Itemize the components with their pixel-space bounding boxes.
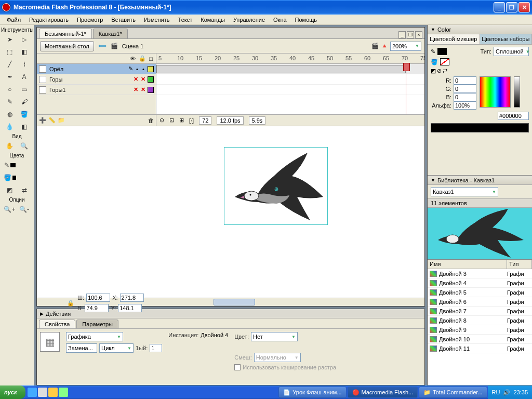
bw-icon[interactable]: ◩ [431, 68, 436, 74]
zoom-out-option[interactable]: 🔍- [18, 204, 31, 215]
menu-file[interactable]: Файл [3, 16, 24, 24]
pencil-tool[interactable]: ✎ [3, 96, 17, 108]
library-item[interactable]: Двойной 8Графи [428, 316, 532, 325]
g-field[interactable] [454, 85, 476, 93]
minimize-button[interactable]: _ [494, 2, 505, 12]
edit-multiple-icon[interactable]: ⊞ [179, 117, 184, 124]
tab-color-swatches[interactable]: Цветовые наборы [480, 34, 533, 44]
edit-scene-icon[interactable]: 🎬 [371, 43, 379, 49]
delete-layer-icon[interactable]: 🗑 [148, 117, 154, 124]
lock-wh-icon[interactable]: 🔒 [67, 300, 74, 307]
fill-swatch[interactable] [440, 58, 449, 65]
task-button[interactable]: 📄Урок Флэш-аним... [278, 387, 346, 398]
menu-window[interactable]: Окна [270, 16, 290, 24]
tab-properties[interactable]: Свойства [39, 320, 75, 328]
menu-help[interactable]: Помощь [291, 16, 321, 24]
outline-icon[interactable]: □ [149, 56, 153, 62]
close-button[interactable]: ✕ [518, 2, 530, 12]
start-button[interactable]: пуск [0, 385, 25, 399]
pen-tool[interactable]: ✒ [3, 71, 17, 83]
fill-type-select[interactable]: Сплошной▼ [494, 47, 529, 56]
ql-desktop-icon[interactable] [38, 388, 47, 397]
color-panel-header[interactable]: ▼Color [428, 25, 532, 34]
playhead[interactable] [406, 64, 406, 114]
hand-tool[interactable]: ✋ [3, 140, 17, 152]
nocolor-icon[interactable]: ⊘ [437, 68, 442, 74]
lock-icon[interactable]: 🔒 [139, 55, 146, 62]
menu-text[interactable]: Текст [175, 16, 196, 24]
selection-box[interactable] [224, 147, 328, 225]
system-tray[interactable]: RU 🔊 23:35 [488, 385, 532, 399]
swap-colors[interactable]: ⇄ [18, 184, 31, 196]
line-tool[interactable]: ╱ [3, 59, 17, 70]
r-field[interactable] [454, 76, 476, 85]
layer-color[interactable] [148, 76, 154, 83]
subselection-tool[interactable]: ▷ [18, 34, 31, 45]
new-layer-icon[interactable]: ➕ [39, 117, 46, 124]
back-icon[interactable]: ⟸ [98, 43, 107, 49]
onion-markers-icon[interactable]: [·] [189, 117, 194, 124]
fill-color[interactable]: 🪣 [3, 172, 17, 183]
stroke-color[interactable]: ✎ [3, 159, 17, 171]
stage[interactable] [37, 126, 424, 298]
alpha-field[interactable] [454, 101, 476, 110]
library-item[interactable]: Двойной 9Графи [428, 325, 532, 335]
library-item[interactable]: Двойной 10Графи [428, 335, 532, 344]
rectangle-tool[interactable]: ▭ [18, 84, 31, 95]
swap-button[interactable]: Замена... [66, 343, 97, 353]
width-field[interactable] [86, 294, 110, 302]
zoom-in-option[interactable]: 🔍+ [3, 204, 17, 215]
layer-row[interactable]: Горы ✕✕ [37, 74, 156, 85]
task-button[interactable]: 🔴Macromedia Flash... [348, 387, 418, 398]
library-item[interactable]: Двойной 5Графи [428, 288, 532, 297]
doc-minimize[interactable]: _ [398, 31, 406, 38]
tab-parameters[interactable]: Параметры [76, 320, 118, 328]
doc-close[interactable]: × [415, 31, 422, 38]
paint-bucket-tool[interactable]: 🪣 [18, 109, 31, 120]
edit-symbol-icon[interactable]: 🔺 [381, 43, 388, 49]
first-frame-field[interactable] [150, 344, 162, 352]
col-type[interactable]: Тип [507, 260, 532, 269]
lasso-tool[interactable]: ⌇ [18, 59, 31, 70]
ql-app-icon[interactable] [48, 388, 58, 397]
hex-field[interactable] [498, 112, 529, 120]
layer-row[interactable]: Горы1 ✕✕ [37, 85, 156, 95]
edit-scene-button[interactable]: Монтажный стол [40, 41, 94, 51]
brush-tool[interactable]: 🖌 [18, 96, 31, 108]
y-field[interactable] [118, 304, 142, 312]
default-colors[interactable]: ◩ [3, 184, 17, 196]
color-effect-select[interactable]: Нет▼ [251, 332, 298, 341]
library-item[interactable]: Двойной 11Графи [428, 344, 532, 353]
library-item[interactable]: Двойной 3Графи [428, 269, 532, 278]
gradient-transform-tool[interactable]: ◧ [18, 46, 31, 58]
maximize-button[interactable]: ❐ [506, 2, 517, 12]
menu-view[interactable]: Просмотр [73, 16, 107, 24]
new-folder-icon[interactable]: 📁 [58, 117, 65, 124]
onion-skin-icon[interactable]: ⊙ [159, 117, 164, 124]
height-field[interactable] [85, 304, 109, 312]
library-item[interactable]: Двойной 4Графи [428, 278, 532, 288]
timeline-ruler[interactable]: 5 10 15 20 25 30 35 40 45 50 55 60 65 70 [156, 54, 424, 64]
doc-restore[interactable]: ❐ [407, 31, 414, 38]
doc-tab-2[interactable]: Кавказ1* [93, 29, 128, 38]
library-doc-select[interactable]: Кавказ1▼ [431, 187, 498, 196]
library-header[interactable]: ▼Библиотека - Кавказ1 [428, 176, 532, 185]
col-name[interactable]: Имя [428, 260, 507, 269]
menu-modify[interactable]: Изменить [140, 16, 174, 24]
x-field[interactable] [120, 294, 144, 302]
tray-icon[interactable]: 🔊 [503, 389, 510, 396]
instance-type-select[interactable]: Графика▼ [66, 332, 123, 341]
layer-color[interactable] [148, 66, 154, 72]
doc-tab-1[interactable]: Безымянный-1* [39, 29, 92, 38]
menu-edit[interactable]: Редактировать [25, 16, 72, 24]
library-item[interactable]: Двойной 7Графи [428, 307, 532, 316]
loop-select[interactable]: Цикл▼ [99, 343, 134, 353]
eye-icon[interactable]: 👁 [130, 56, 136, 62]
new-guide-icon[interactable]: 📏 [48, 117, 56, 124]
oval-tool[interactable]: ○ [3, 84, 17, 95]
brightness-ramp[interactable] [514, 76, 520, 108]
ql-app2-icon[interactable] [59, 388, 68, 397]
menu-commands[interactable]: Команды [197, 16, 229, 24]
text-tool[interactable]: A [18, 71, 31, 83]
free-transform-tool[interactable]: ⬚ [3, 46, 17, 58]
